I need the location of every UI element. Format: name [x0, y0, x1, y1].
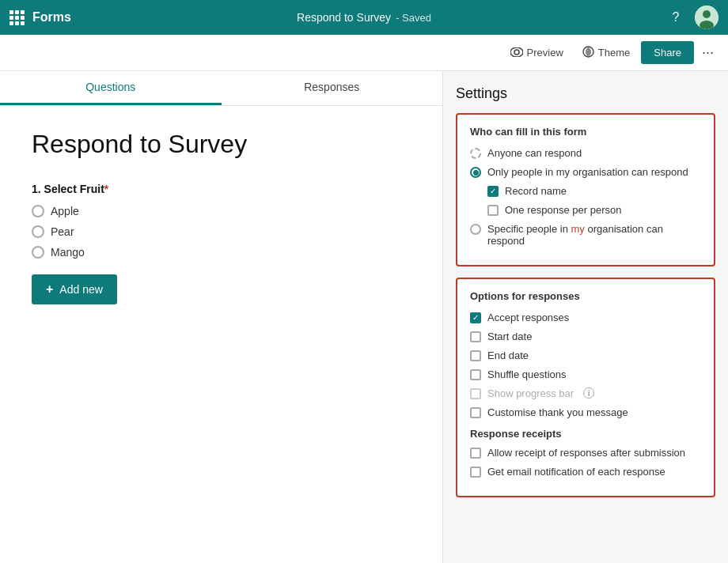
end-date-option: End date [470, 350, 701, 361]
sub-options: Record name One response per person [487, 185, 701, 216]
svg-point-3 [510, 47, 523, 57]
avatar[interactable] [695, 6, 719, 29]
question-label: 1. Select Fruit* [32, 183, 411, 195]
second-toolbar: Preview Theme Share ··· [0, 35, 728, 71]
who-section: Who can fill in this form Anyone can res… [456, 113, 715, 266]
top-bar: Forms Respond to Survey - Saved ? [0, 0, 728, 35]
radio-org[interactable] [470, 167, 481, 178]
list-item: Apple [32, 205, 411, 217]
option-pear: Pear [51, 225, 74, 238]
option-apple: Apple [51, 205, 79, 217]
checkbox-customise[interactable] [470, 407, 481, 418]
allow-receipt-option: Allow receipt of responses after submiss… [470, 447, 701, 459]
radio-pear[interactable] [32, 225, 44, 238]
start-date-label: Start date [487, 331, 532, 342]
required-marker: * [104, 183, 108, 195]
option-mango: Mango [51, 246, 85, 259]
checkbox-record[interactable] [487, 186, 499, 197]
checkbox-end-date[interactable] [470, 350, 481, 361]
checkbox-shuffle[interactable] [470, 369, 481, 380]
theme-button[interactable]: Theme [574, 41, 638, 65]
main-layout: Questions Responses Respond to Survey 1.… [0, 71, 728, 563]
anyone-option: Anyone can respond [470, 147, 701, 159]
one-response-label: One response per person [505, 204, 621, 216]
form-name: Respond to Survey [297, 11, 391, 24]
responses-heading: Options for responses [470, 290, 701, 302]
shuffle-label: Shuffle questions [487, 368, 567, 380]
radio-apple[interactable] [32, 205, 44, 217]
tabs: Questions Responses [0, 71, 442, 106]
settings-title: Settings [456, 85, 715, 102]
customise-label: Customise thank you message [487, 406, 628, 418]
shuffle-option: Shuffle questions [470, 368, 701, 380]
specific-option: Specific people in my organisation can r… [470, 223, 701, 247]
radio-mango[interactable] [32, 246, 44, 259]
add-new-label: Add new [59, 283, 102, 296]
top-bar-left: Forms [9, 10, 71, 25]
more-button[interactable]: ··· [697, 40, 719, 66]
svg-point-1 [703, 10, 711, 18]
start-date-option: Start date [470, 331, 701, 342]
checkbox-progress [470, 388, 481, 399]
top-bar-right: ? [663, 5, 719, 30]
preview-icon [510, 46, 523, 59]
list-item: Mango [32, 246, 411, 259]
tab-responses[interactable]: Responses [222, 71, 443, 105]
checkbox-start-date[interactable] [470, 331, 481, 342]
apps-icon[interactable] [9, 10, 25, 25]
record-label: Record name [505, 185, 567, 197]
plus-icon: + [46, 282, 53, 297]
receipts-heading: Response receipts [470, 428, 701, 440]
list-item: Pear [32, 225, 411, 238]
email-notif-option: Get email notification of each response [470, 466, 701, 478]
left-panel: Questions Responses Respond to Survey 1.… [0, 71, 443, 563]
tab-questions[interactable]: Questions [0, 71, 222, 105]
app-title: Forms [32, 10, 71, 25]
org-label: Only people in my organisation can respo… [487, 166, 688, 178]
preview-button[interactable]: Preview [502, 41, 571, 64]
radio-specific[interactable] [470, 224, 481, 235]
accept-option: Accept responses [470, 312, 701, 323]
progress-label: Show progress bar [487, 387, 574, 399]
survey-title: Respond to Survey [32, 130, 411, 159]
who-heading: Who can fill in this form [470, 126, 701, 138]
one-response-option: One response per person [487, 204, 701, 216]
question-1: 1. Select Fruit* Apple Pear Mango [32, 183, 411, 259]
progress-option: Show progress bar i [470, 387, 701, 399]
responses-section: Options for responses Accept responses S… [456, 278, 715, 497]
theme-label: Theme [598, 47, 630, 59]
anyone-label: Anyone can respond [487, 147, 582, 159]
share-button[interactable]: Share [641, 41, 694, 64]
checkbox-accept[interactable] [470, 312, 481, 323]
allow-receipt-label: Allow receipt of responses after submiss… [487, 447, 685, 459]
org-option: Only people in my organisation can respo… [470, 166, 701, 178]
radio-anyone[interactable] [470, 148, 481, 159]
left-content: Respond to Survey 1. Select Fruit* Apple… [0, 106, 442, 563]
checkbox-allow-receipt[interactable] [470, 448, 481, 459]
saved-status: - Saved [396, 12, 431, 24]
checkbox-email-notif[interactable] [470, 467, 481, 478]
specific-label: Specific people in my organisation can r… [487, 223, 701, 247]
record-option: Record name [487, 185, 701, 197]
email-notif-label: Get email notification of each response [487, 466, 665, 478]
help-button[interactable]: ? [663, 5, 688, 30]
theme-icon [582, 46, 594, 60]
svg-point-4 [514, 50, 519, 55]
right-panel: Settings Who can fill in this form Anyon… [443, 71, 728, 563]
form-title-area: Respond to Survey - Saved [297, 11, 431, 24]
checkbox-one-response[interactable] [487, 205, 499, 216]
preview-label: Preview [527, 47, 563, 59]
end-date-label: End date [487, 350, 529, 361]
accept-label: Accept responses [487, 312, 569, 323]
customise-option: Customise thank you message [470, 406, 701, 418]
add-new-button[interactable]: + Add new [32, 274, 117, 304]
info-icon[interactable]: i [583, 387, 594, 399]
